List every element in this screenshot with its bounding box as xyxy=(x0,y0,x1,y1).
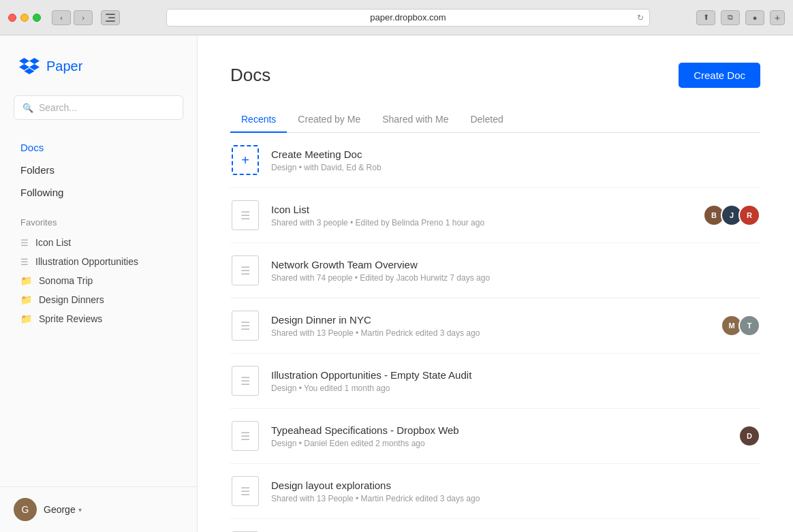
tab-created-by-me[interactable]: Created by Me xyxy=(287,107,371,133)
doc-info: Icon List Shared with 3 people • Edited … xyxy=(271,204,692,228)
app-logo-text: Paper xyxy=(46,59,82,74)
doc-name: Design layout explorations xyxy=(271,480,760,491)
profile-button[interactable]: ● xyxy=(745,10,764,25)
favorite-label: Sprite Reviews xyxy=(39,313,102,324)
doc-icon-wrap: ☰ xyxy=(230,255,260,285)
search-icon: 🔍 xyxy=(22,103,33,113)
favorite-label: Design Dinners xyxy=(39,294,104,305)
svg-rect-1 xyxy=(108,17,115,18)
avatar: R xyxy=(738,204,760,226)
share-button[interactable]: ⬆ xyxy=(696,10,715,25)
doc-info: Design layout explorations Shared with 1… xyxy=(271,480,760,503)
doc-info: Network Growth Team Overview Shared with… xyxy=(271,259,760,283)
doc-name: Network Growth Team Overview xyxy=(271,259,760,270)
doc-meta: Shared with 13 People • Martin Pedrick e… xyxy=(271,328,710,338)
user-name: George ▾ xyxy=(44,504,82,515)
favorite-item-sonoma-trip[interactable]: 📁 Sonoma Trip xyxy=(14,271,183,290)
sidebar-item-following[interactable]: Following xyxy=(14,181,183,204)
new-doc-icon: + xyxy=(232,145,259,175)
doc-row-network-growth[interactable]: ☰ Network Growth Team Overview Shared wi… xyxy=(230,243,760,298)
close-button[interactable] xyxy=(8,14,16,22)
doc-icon-wrap: ☰ xyxy=(230,366,260,396)
doc-icon: ☰ xyxy=(232,255,259,285)
doc-name: Illustration Opportunities - Empty State… xyxy=(271,369,760,381)
tab-shared-with-me[interactable]: Shared with Me xyxy=(371,107,459,133)
new-tab-button[interactable]: + xyxy=(770,10,785,25)
doc-row-icon-list[interactable]: ☰ Icon List Shared with 3 people • Edite… xyxy=(230,188,760,243)
doc-meta: Design • with David, Ed & Rob xyxy=(271,163,760,172)
favorite-item-sprite-reviews[interactable]: 📁 Sprite Reviews xyxy=(14,309,183,328)
browser-chrome: ‹ › paper.dropbox.com ↻ ⬆ ⧉ ● + xyxy=(0,0,793,35)
doc-icon-wrap: + xyxy=(230,145,260,175)
doc-icon: ☰ xyxy=(232,366,259,396)
main-content: Docs Create Doc Recents Created by Me Sh… xyxy=(198,35,793,532)
doc-row-design-dinner-nyc[interactable]: ☰ Design Dinner in NYC Shared with 13 Pe… xyxy=(230,298,760,354)
doc-meta: Design • You edited 1 month ago xyxy=(271,384,760,393)
search-box[interactable]: 🔍 Search... xyxy=(14,95,183,120)
favorites-section: Favorites ☰ Icon List ☰ Illustration Opp… xyxy=(0,204,197,328)
sidebar: Paper 🔍 Search... Docs Folders Following… xyxy=(0,35,198,532)
doc-icon-wrap: ☰ xyxy=(230,311,260,341)
favorite-item-illustration-opportunities[interactable]: ☰ Illustration Opportunities xyxy=(14,252,183,271)
doc-meta: Shared with 13 People • Martin Pedrick e… xyxy=(271,494,760,503)
page-title: Docs xyxy=(230,65,270,86)
tabs-bar: Recents Created by Me Shared with Me Del… xyxy=(230,107,760,133)
doc-icon-wrap: ☰ xyxy=(230,476,260,506)
favorite-label: Illustration Opportunities xyxy=(35,256,138,267)
sidebar-toggle-button[interactable] xyxy=(101,10,120,25)
duplicate-tab-button[interactable]: ⧉ xyxy=(721,10,740,25)
doc-info: Design Dinner in NYC Shared with 13 Peop… xyxy=(271,314,710,338)
favorite-item-icon-list[interactable]: ☰ Icon List xyxy=(14,233,183,252)
svg-rect-2 xyxy=(106,20,115,22)
dropbox-logo-icon xyxy=(19,56,40,76)
tab-recents[interactable]: Recents xyxy=(230,107,287,133)
doc-name: Typeahead Specifications - Dropbox Web xyxy=(271,424,728,436)
favorite-item-design-dinners[interactable]: 📁 Design Dinners xyxy=(14,290,183,309)
favorite-label: Sonoma Trip xyxy=(39,275,93,286)
doc-list: + Create Meeting Doc Design • with David… xyxy=(230,133,760,532)
user-avatar: G xyxy=(14,498,37,521)
minimize-button[interactable] xyxy=(20,14,29,22)
doc-icon: ☰ xyxy=(232,200,259,230)
svg-rect-0 xyxy=(106,14,115,15)
sidebar-item-folders[interactable]: Folders xyxy=(14,159,183,181)
folder-icon: 📁 xyxy=(20,294,32,305)
traffic-lights xyxy=(8,14,41,22)
folder-icon: 📁 xyxy=(20,313,32,324)
doc-row-typeahead-specifications[interactable]: ☰ Typeahead Specifications - Dropbox Web… xyxy=(230,409,760,464)
doc-row-create-meeting-doc[interactable]: + Create Meeting Doc Design • with David… xyxy=(230,133,760,188)
sidebar-nav: Docs Folders Following xyxy=(0,136,197,204)
doc-info: Create Meeting Doc Design • with David, … xyxy=(271,148,760,172)
forward-button[interactable]: › xyxy=(74,10,93,25)
favorites-title: Favorites xyxy=(14,204,183,233)
doc-row-design-layout-explorations[interactable]: ☰ Design layout explorations Shared with… xyxy=(230,464,760,519)
refresh-button[interactable]: ↻ xyxy=(637,13,644,22)
doc-meta: Design • Daniel Eden edited 2 months ago xyxy=(271,439,728,448)
svg-marker-3 xyxy=(19,58,29,64)
search-container: 🔍 Search... xyxy=(0,95,197,136)
doc-icon: ☰ xyxy=(20,257,29,267)
doc-row-ios-recents[interactable]: ☰ iOS Recents A xyxy=(230,519,760,532)
doc-row-illustration-opportunities[interactable]: ☰ Illustration Opportunities - Empty Sta… xyxy=(230,354,760,409)
search-placeholder-text: Search... xyxy=(39,102,77,113)
back-button[interactable]: ‹ xyxy=(52,10,71,25)
create-doc-button[interactable]: Create Doc xyxy=(679,63,760,88)
tab-deleted[interactable]: Deleted xyxy=(459,107,514,133)
doc-name: Create Meeting Doc xyxy=(271,148,760,160)
dropdown-arrow-icon: ▾ xyxy=(78,506,82,514)
doc-avatars: M T xyxy=(721,315,760,337)
sidebar-logo: Paper xyxy=(0,56,197,95)
user-profile-footer[interactable]: G George ▾ xyxy=(0,486,197,532)
svg-marker-4 xyxy=(29,58,40,64)
page-header: Docs Create Doc xyxy=(230,63,760,88)
address-bar[interactable]: paper.dropbox.com ↻ xyxy=(166,9,650,27)
doc-icon: ☰ xyxy=(232,311,259,341)
sidebar-item-docs[interactable]: Docs xyxy=(14,136,183,159)
avatar: T xyxy=(738,315,760,337)
maximize-button[interactable] xyxy=(33,14,41,22)
nav-buttons: ‹ › xyxy=(52,10,93,25)
avatar: D xyxy=(738,425,760,447)
doc-name: Icon List xyxy=(271,204,692,215)
doc-avatars: B J R xyxy=(703,204,760,226)
url-text: paper.dropbox.com xyxy=(370,12,446,22)
